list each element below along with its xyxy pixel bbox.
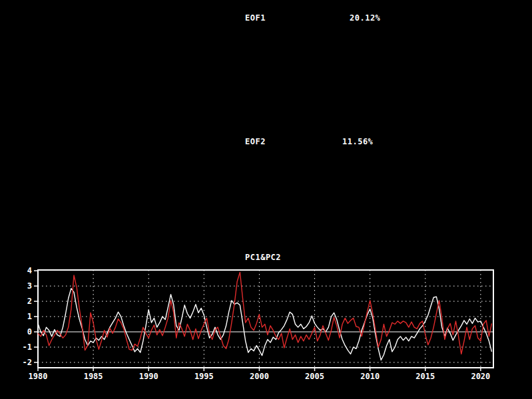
y-tick-label: 2 <box>27 297 32 306</box>
y-tick-label: -1 <box>23 342 32 352</box>
pc2-line <box>38 272 492 354</box>
x-tick-label: 2005 <box>305 372 324 381</box>
y-tick-label: -2 <box>23 358 32 367</box>
x-tick-label: 1995 <box>194 372 214 381</box>
y-tick-label: 4 <box>27 266 32 275</box>
pc-timeseries-chart: -2-1012341980198519901995200020052010201… <box>0 0 532 399</box>
y-tick-label: 0 <box>27 327 32 336</box>
x-tick-label: 1980 <box>29 372 48 381</box>
plot-canvas: EOF1 20.12% EOF2 11.56% PC1&PC2 -2-10123… <box>0 0 532 399</box>
x-tick-label: 2020 <box>471 372 490 381</box>
y-tick-label: 3 <box>27 281 32 291</box>
y-tick-label: 1 <box>27 312 32 321</box>
x-tick-label: 1985 <box>84 372 103 381</box>
x-tick-label: 2015 <box>415 372 435 381</box>
x-tick-label: 1990 <box>139 372 158 381</box>
x-tick-label: 2010 <box>360 372 380 381</box>
x-tick-label: 2000 <box>250 372 269 381</box>
